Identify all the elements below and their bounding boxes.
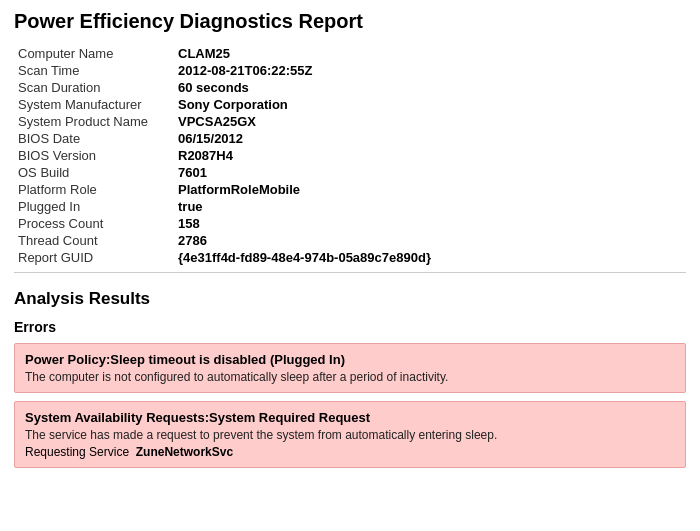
info-row: Platform RolePlatformRoleMobile (14, 181, 686, 198)
info-label: Scan Duration (14, 79, 174, 96)
info-label: System Product Name (14, 113, 174, 130)
info-row: Scan Duration60 seconds (14, 79, 686, 96)
info-value: 06/15/2012 (174, 130, 686, 147)
info-label: Scan Time (14, 62, 174, 79)
info-row: Process Count158 (14, 215, 686, 232)
error-sub: Requesting Service ZuneNetworkSvc (25, 445, 675, 459)
info-value: 60 seconds (174, 79, 686, 96)
info-label: Plugged In (14, 198, 174, 215)
errors-title: Errors (14, 319, 686, 335)
error-title: Power Policy:Sleep timeout is disabled (… (25, 352, 675, 367)
info-label: Report GUID (14, 249, 174, 266)
info-row: BIOS Date06/15/2012 (14, 130, 686, 147)
info-value: 2786 (174, 232, 686, 249)
error-description: The computer is not configured to automa… (25, 370, 675, 384)
error-block: Power Policy:Sleep timeout is disabled (… (14, 343, 686, 393)
info-value: 158 (174, 215, 686, 232)
info-value: {4e31ff4d-fd89-48e4-974b-05a89c7e890d} (174, 249, 686, 266)
info-row: Computer NameCLAM25 (14, 45, 686, 62)
info-value: VPCSA25GX (174, 113, 686, 130)
info-label: Computer Name (14, 45, 174, 62)
info-value: R2087H4 (174, 147, 686, 164)
info-value: PlatformRoleMobile (174, 181, 686, 198)
info-value: CLAM25 (174, 45, 686, 62)
info-value: 2012-08-21T06:22:55Z (174, 62, 686, 79)
info-row: Plugged Intrue (14, 198, 686, 215)
analysis-title: Analysis Results (14, 289, 686, 309)
errors-container: Power Policy:Sleep timeout is disabled (… (14, 343, 686, 468)
info-row: BIOS VersionR2087H4 (14, 147, 686, 164)
page-title: Power Efficiency Diagnostics Report (14, 10, 686, 33)
info-row: Scan Time2012-08-21T06:22:55Z (14, 62, 686, 79)
section-divider (14, 272, 686, 273)
info-label: BIOS Version (14, 147, 174, 164)
info-label: Thread Count (14, 232, 174, 249)
info-row: OS Build7601 (14, 164, 686, 181)
info-label: Process Count (14, 215, 174, 232)
info-row: System Product NameVPCSA25GX (14, 113, 686, 130)
info-row: System ManufacturerSony Corporation (14, 96, 686, 113)
error-block: System Availability Requests:System Requ… (14, 401, 686, 468)
info-row: Thread Count2786 (14, 232, 686, 249)
info-label: System Manufacturer (14, 96, 174, 113)
info-value: true (174, 198, 686, 215)
error-title: System Availability Requests:System Requ… (25, 410, 675, 425)
info-label: BIOS Date (14, 130, 174, 147)
info-value: 7601 (174, 164, 686, 181)
info-label: Platform Role (14, 181, 174, 198)
info-value: Sony Corporation (174, 96, 686, 113)
info-row: Report GUID{4e31ff4d-fd89-48e4-974b-05a8… (14, 249, 686, 266)
system-info-table: Computer NameCLAM25Scan Time2012-08-21T0… (14, 45, 686, 266)
error-description: The service has made a request to preven… (25, 428, 675, 442)
info-label: OS Build (14, 164, 174, 181)
